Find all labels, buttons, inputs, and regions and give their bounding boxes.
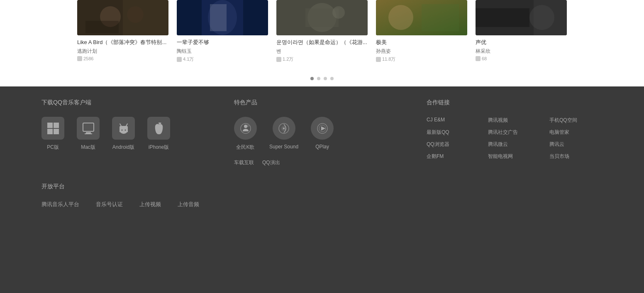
card-3[interactable]: 운명이라면（如果是命运）（《花游... 벤 1.2万 — [276, 0, 368, 62]
card-4[interactable]: 极美 孙燕姿 11.8万 — [376, 0, 467, 62]
download-android[interactable]: Android版 — [112, 117, 135, 151]
dot-3[interactable] — [324, 77, 327, 80]
android-label: Android版 — [112, 144, 134, 151]
coop-link-tencentcloud[interactable]: 腾讯微云 — [488, 141, 541, 148]
download-title: 下载QQ音乐客户端 — [41, 99, 217, 106]
card-3-image — [276, 0, 368, 35]
pc-icon — [41, 117, 64, 140]
footer-grid: 下载QQ音乐客户端 PC版 — [41, 99, 603, 166]
card-5-title: 声优 — [476, 39, 567, 46]
card-1-image — [77, 0, 168, 35]
card-5-sub: 林采欣 — [476, 48, 567, 55]
svg-rect-22 — [54, 123, 59, 128]
extra-link-chelian[interactable]: 车载互联 — [234, 159, 254, 166]
coop-link-penguin[interactable]: 企鹅FM — [427, 153, 480, 160]
coop-link-latestqq[interactable]: 最新版QQ — [427, 129, 480, 136]
cooperation-section: 合作链接 CJ E&M 腾讯视频 手机QQ空间 最新版QQ 腾讯社交广告 电脑管… — [427, 99, 603, 166]
svg-rect-27 — [85, 133, 92, 134]
card-1-sub: 逃跑计划 — [77, 48, 168, 55]
cards-row: Like A Bird（《部落冲突》春节特别... 逃跑计划 2586 — [41, 0, 603, 62]
mac-icon — [77, 117, 100, 140]
download-icons: PC版 Mac版 — [41, 117, 217, 151]
coop-link-smarttv[interactable]: 智能电视网 — [488, 153, 541, 160]
feature-supersound[interactable]: Super Sound — [269, 117, 298, 151]
play-icon — [276, 57, 281, 62]
pagination-dots — [0, 71, 644, 86]
card-5-image — [476, 0, 567, 35]
download-iphone[interactable]: iPhone版 — [147, 117, 170, 151]
svg-rect-23 — [47, 129, 53, 134]
features-title: 特色产品 — [234, 99, 410, 106]
open-link-uploadvideo[interactable]: 上传视频 — [139, 201, 161, 208]
svg-rect-20 — [476, 8, 529, 27]
svg-rect-21 — [47, 123, 53, 128]
coop-link-socialads[interactable]: 腾讯社交广告 — [488, 129, 541, 136]
svg-rect-16 — [422, 4, 459, 31]
download-mac[interactable]: Mac版 — [77, 117, 100, 151]
play-icon — [177, 57, 182, 62]
coop-link-cjem[interactable]: CJ E&M — [427, 117, 480, 124]
svg-point-19 — [529, 5, 554, 30]
card-2-sub: 陶钰玉 — [177, 48, 268, 55]
mac-label: Mac版 — [81, 144, 95, 151]
svg-rect-26 — [86, 132, 91, 133]
dot-4[interactable] — [330, 77, 334, 80]
features-grid: K 全民K歌 Super Sound — [234, 117, 410, 151]
card-5[interactable]: 声优 林采欣 68 — [476, 0, 567, 62]
svg-rect-34 — [120, 126, 128, 129]
dot-1[interactable] — [310, 77, 314, 80]
download-pc[interactable]: PC版 — [41, 117, 64, 151]
coop-link-txcloud[interactable]: 腾讯云 — [549, 141, 603, 148]
svg-rect-25 — [83, 123, 94, 131]
svg-line-32 — [120, 124, 121, 126]
cards-section: Like A Bird（《部落冲突》春节特别... 逃跑计划 2586 — [0, 0, 644, 71]
cooperation-title: 合作链接 — [427, 99, 603, 106]
download-section: 下载QQ音乐客户端 PC版 — [41, 99, 217, 166]
supersound-label: Super Sound — [269, 144, 298, 150]
open-platform: 开放平台 腾讯音乐人平台 音乐号认证 上传视频 上传音频 — [41, 183, 603, 208]
card-3-title: 운명이라면（如果是命运）（《花游... — [276, 39, 368, 46]
play-icon — [476, 56, 481, 61]
card-5-count: 68 — [476, 56, 567, 61]
card-3-count: 1.2万 — [276, 56, 368, 62]
card-2[interactable]: 一辈子爱不够 陶钰玉 4.1万 — [177, 0, 268, 62]
feature-kmge[interactable]: K 全民K歌 — [234, 117, 257, 151]
coop-link-tencentvideo[interactable]: 腾讯视频 — [488, 117, 541, 124]
svg-rect-8 — [210, 4, 227, 31]
android-icon — [112, 117, 135, 140]
open-platform-links: 腾讯音乐人平台 音乐号认证 上传视频 上传音频 — [41, 201, 603, 208]
svg-line-33 — [126, 124, 127, 126]
card-4-title: 极美 — [376, 39, 467, 46]
qplay-icon — [311, 117, 334, 140]
coop-link-mobileqq[interactable]: 手机QQ空间 — [549, 117, 603, 124]
card-4-count: 11.8万 — [376, 56, 467, 62]
coop-link-dangbei[interactable]: 当贝市场 — [549, 153, 603, 160]
svg-point-3 — [127, 6, 144, 23]
play-icon — [376, 57, 381, 62]
svg-point-12 — [332, 6, 345, 19]
card-2-count: 4.1万 — [177, 56, 268, 62]
svg-rect-4 — [85, 21, 119, 33]
dot-2[interactable] — [317, 77, 320, 80]
coop-link-qqbrowser[interactable]: QQ浏览器 — [427, 141, 480, 148]
card-2-image — [177, 0, 268, 35]
iphone-label: iPhone版 — [149, 144, 169, 151]
open-link-musicplatform[interactable]: 腾讯音乐人平台 — [41, 201, 79, 208]
feature-qplay[interactable]: QPlay — [311, 117, 334, 151]
features-section: 特色产品 K 全民K歌 — [234, 99, 410, 166]
open-link-uploadaudio[interactable]: 上传音频 — [178, 201, 199, 208]
coop-link-pcmgr[interactable]: 电脑管家 — [549, 129, 603, 136]
svg-point-15 — [388, 5, 413, 30]
extra-link-qqshow[interactable]: QQ演出 — [262, 159, 280, 166]
card-1[interactable]: Like A Bird（《部落冲突》春节特别... 逃跑计划 2586 — [77, 0, 168, 62]
svg-point-41 — [283, 128, 285, 129]
svg-rect-24 — [54, 129, 59, 134]
card-4-sub: 孙燕姿 — [376, 48, 467, 55]
footer: 下载QQ音乐客户端 PC版 — [0, 86, 644, 221]
card-3-sub: 벤 — [276, 48, 368, 55]
kmge-icon: K — [234, 117, 257, 140]
open-link-musicauth[interactable]: 音乐号认证 — [96, 201, 123, 208]
extra-links: 车载互联 QQ演出 — [234, 159, 410, 166]
qplay-label: QPlay — [315, 144, 329, 150]
svg-point-30 — [121, 129, 122, 130]
